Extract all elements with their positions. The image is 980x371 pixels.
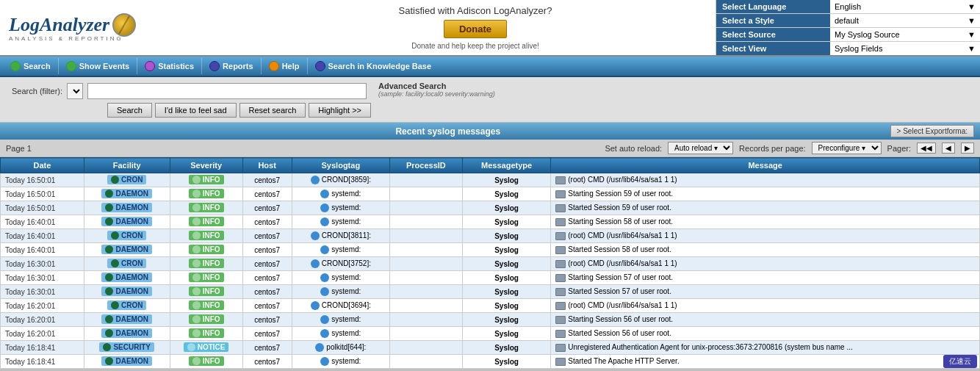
cell-date: Today 16:50:01 [1,201,84,215]
select-language-value[interactable]: English ▼ [830,0,980,13]
cell-facility: DAEMON [84,355,170,369]
cell-processid [389,257,462,271]
cell-syslogtag: CROND[3859]: [292,173,389,187]
cell-messagetype: Syslog [462,257,550,271]
cell-processid [389,299,462,313]
cell-date: Today 16:30:01 [1,285,84,299]
nav-item-statistics[interactable]: Statistics [137,58,201,74]
records-select[interactable]: Preconfigure ▾ [812,142,882,154]
facility-icon [105,245,113,253]
cell-date: Today 16:20:01 [1,313,84,327]
cell-processid [389,215,462,229]
cell-host: centos7 [242,313,292,327]
filter-dropdown[interactable] [67,83,83,99]
cell-severity: INFO [170,313,242,327]
col-host: Host [242,158,292,173]
export-button[interactable]: > Select Exportforma: [890,125,974,137]
severity-icon [192,301,201,309]
cell-messagetype: Syslog [462,355,550,369]
select-view-row[interactable]: Select View Syslog Fields ▼ [716,42,980,55]
cell-message: (root) CMD (/usr/lib64/sa/sa1 1 1) [551,173,980,187]
severity-icon [192,315,201,323]
donate-button[interactable]: Donate [444,20,507,38]
table-row: Today 16:18:41SECURITYNOTICEcentos7polki… [1,341,980,355]
search-nav-icon [10,61,21,71]
facility-icon [111,176,119,184]
cell-date: Today 16:40:01 [1,229,84,243]
chevron-down-icon: ▼ [968,30,976,39]
cell-syslogtag: systemd: [292,201,389,215]
syslogtag-icon [320,357,329,366]
select-view-value[interactable]: Syslog Fields ▼ [830,42,980,55]
chevron-down-icon: ▼ [968,16,976,25]
page-label: Page 1 [6,144,32,153]
select-source-row[interactable]: Select Source My Syslog Source ▼ [716,28,980,42]
reset-search-button[interactable]: Reset search [239,103,306,118]
cell-facility: DAEMON [84,201,170,215]
severity-icon [192,203,201,212]
select-style-value[interactable]: default ▼ [830,14,980,27]
auto-reload-select[interactable]: Auto reload ▾ [668,142,733,154]
cell-host: centos7 [242,201,292,215]
table-row: Today 16:18:41DAEMONINFOcentos7systemd:S… [1,355,980,369]
facility-icon [105,315,113,323]
header-selects: Select Language English ▼ Select a Style… [716,0,980,55]
watermark: 亿速云 [943,355,977,368]
pager-prev-button[interactable]: ◀ [942,143,955,154]
search-button[interactable]: Search [107,103,152,118]
select-style-label: Select a Style [716,14,830,27]
cell-syslogtag: polkitd[644]: [292,341,389,355]
severity-icon [192,259,201,267]
cell-message: Started The Apache HTTP Server. [551,355,980,369]
highlight-button[interactable]: Highlight >> [309,103,371,118]
nav-item-reports[interactable]: Reports [201,58,261,74]
feel-sad-button[interactable]: I'd like to feel sad [155,103,237,118]
select-source-value[interactable]: My Syslog Source ▼ [830,28,980,41]
col-severity: Severity [170,158,242,173]
cell-facility: DAEMON [84,243,170,257]
table-row: Today 16:20:01CRONINFOcentos7CROND[3694]… [1,299,980,313]
search-input[interactable] [87,83,367,99]
cell-processid [389,201,462,215]
facility-icon [111,231,119,239]
cell-date: Today 16:30:01 [1,257,84,271]
auto-reload-label: Set auto reload: [605,144,662,153]
nav-show-events-label: Show Events [79,62,129,71]
cell-severity: INFO [170,187,242,201]
chevron-down-icon: ▼ [968,2,976,11]
select-style-row[interactable]: Select a Style default ▼ [716,14,980,28]
pager-next-button[interactable]: ▶ [961,143,974,154]
nav-reports-label: Reports [223,62,253,71]
pager-first-button[interactable]: ◀◀ [917,143,936,154]
select-language-row[interactable]: Select Language English ▼ [716,0,980,14]
severity-icon [192,190,201,198]
message-icon [555,344,566,352]
nav-item-show-events[interactable]: Show Events [58,58,137,74]
nav-item-help[interactable]: Help [261,58,307,74]
cell-syslogtag: systemd: [292,243,389,257]
cell-syslogtag: CROND[3811]: [292,229,389,243]
satisfied-text: Satisfied with Adiscon LogAnalyzer? [399,5,552,16]
cell-date: Today 16:50:01 [1,173,84,187]
cell-syslogtag: systemd: [292,271,389,285]
syslogtag-icon [320,273,329,282]
cell-host: centos7 [242,173,292,187]
cell-messagetype: Syslog [462,341,550,355]
nav-help-label: Help [282,62,300,71]
cell-severity: INFO [170,257,242,271]
nav-item-search[interactable]: Search [3,58,58,74]
message-icon [555,232,566,240]
help-nav-icon [269,61,279,71]
cell-date: Today 16:30:01 [1,271,84,285]
cell-date: Today 16:18:41 [1,355,84,369]
search-filter-label: Search (filter): [12,87,62,96]
recent-bar: Recent syslog messages > Select Exportfo… [0,123,980,140]
chevron-down-icon: ▼ [968,44,976,53]
cell-message: (root) CMD (/usr/lib64/sa/sa1 1 1) [551,229,980,243]
cell-severity: INFO [170,299,242,313]
header-center: Satisfied with Adiscon LogAnalyzer? Dona… [235,0,716,55]
message-icon [555,260,566,268]
records-label: Records per page: [739,144,806,153]
nav-item-search-kb[interactable]: Search in Knowledge Base [307,58,439,74]
cell-messagetype: Syslog [462,173,550,187]
